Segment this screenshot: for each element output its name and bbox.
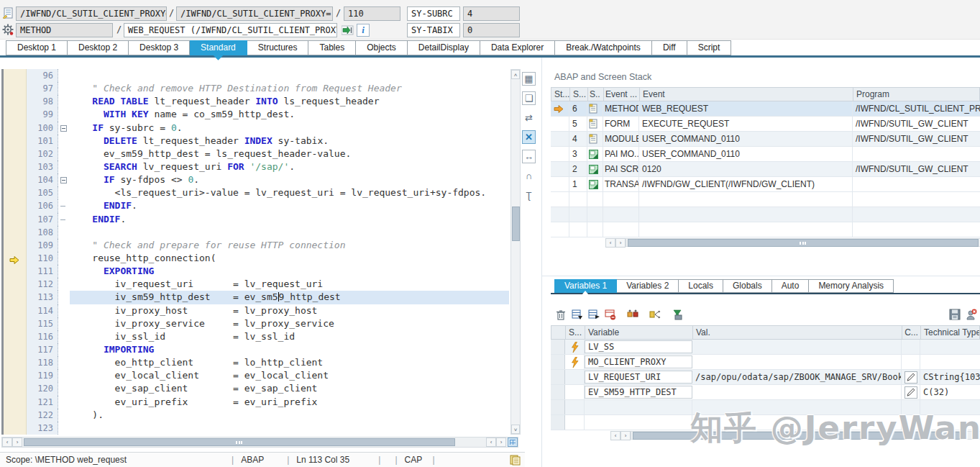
variable-name-cell[interactable] xyxy=(585,400,692,414)
code-text[interactable] xyxy=(70,69,509,82)
user-lock-icon[interactable] xyxy=(964,308,979,321)
code-editor[interactable]: 9697 " Check and remove HTTP Destination… xyxy=(1,69,518,435)
table-view-icon[interactable]: ▦ xyxy=(522,72,536,86)
code-line[interactable]: 103 SEARCH lv_request_uri FOR '/sap/'. xyxy=(4,160,509,173)
variable-name-cell[interactable]: EV_SM59_HTTP_DEST xyxy=(585,386,692,399)
sy-tabix-label-field[interactable]: SY-TABIX xyxy=(407,23,460,37)
stack-scroll-left[interactable]: ‹ xyxy=(605,238,615,248)
fold-margin[interactable] xyxy=(58,396,70,409)
code-line[interactable]: 119 ev_local_client = ev_local_client xyxy=(4,369,509,382)
code-line[interactable]: 117 IMPORTING xyxy=(4,343,509,356)
fold-margin[interactable] xyxy=(58,291,70,304)
code-line[interactable]: 105 <ls_request_uri>-value = lv_request_… xyxy=(4,186,509,199)
code-text[interactable]: iv_proxy_service = lv_proxy_service xyxy=(70,317,509,330)
fold-margin[interactable] xyxy=(58,278,70,291)
fold-margin[interactable] xyxy=(58,265,70,278)
edit-value-button[interactable] xyxy=(905,386,917,399)
variable-row[interactable]: LV_REQUEST_URI/sap/opu/odata/sap/ZBOOK_M… xyxy=(551,370,980,385)
breakpoint-margin[interactable] xyxy=(4,69,27,82)
code-line[interactable]: 113 iv_sm59_http_dest = ev_sm59_http_des… xyxy=(4,291,509,304)
code-text[interactable]: READ TABLE lt_request_header INTO ls_req… xyxy=(70,95,509,108)
event-field[interactable]: WEB_REQUEST (/IWFND/CL_SUTIL_CLIENT_PROX… xyxy=(124,23,337,37)
code-line[interactable]: 99 WITH KEY name = co_sm59_http_dest. xyxy=(4,108,509,121)
stack-scrollbar[interactable] xyxy=(626,238,980,247)
code-text[interactable]: iv_proxy_host = lv_proxy_host xyxy=(70,304,509,317)
code-text[interactable]: SEARCH lv_request_uri FOR '/sap/'. xyxy=(70,160,509,173)
line-number-field[interactable]: 110 xyxy=(344,6,400,21)
editor-vertical-scrollbar[interactable]: ˄ ˅ xyxy=(510,69,521,435)
row-selector[interactable] xyxy=(551,340,565,354)
variable-row[interactable]: EV_SM59_HTTP_DESTC(32) xyxy=(551,385,980,400)
breakpoint-margin[interactable] xyxy=(4,382,27,395)
stack-row[interactable]: 4MODULE..USER_COMMAND_0110/IWFND/SUTIL_G… xyxy=(551,132,980,147)
code-text[interactable]: ). xyxy=(70,409,509,422)
code-text[interactable]: reuse_http_connection( xyxy=(70,252,509,265)
breakpoint-margin[interactable] xyxy=(4,135,27,148)
tab-detaildisplay[interactable]: DetailDisplay xyxy=(408,40,480,55)
fold-margin[interactable] xyxy=(58,148,70,160)
code-text[interactable] xyxy=(70,226,509,239)
code-line[interactable]: 104 IF sy-fdpos <> 0. xyxy=(4,173,509,186)
compare-icon[interactable] xyxy=(626,308,640,321)
col-s[interactable]: S... xyxy=(566,326,585,339)
code-line[interactable]: 107 ENDIF. xyxy=(4,213,509,226)
variable-name-cell[interactable] xyxy=(585,415,692,430)
code-line[interactable]: 106 ENDIF. xyxy=(4,199,509,212)
breakpoint-margin[interactable] xyxy=(4,422,27,435)
editor-horizontal-scrollbar[interactable]: ‹ › ‹ › xyxy=(1,437,518,448)
col-technical-type[interactable]: Technical Type xyxy=(921,326,980,339)
scroll-left-button-2[interactable]: ‹ xyxy=(486,437,496,447)
breakpoint-margin[interactable] xyxy=(4,95,27,108)
fold-margin[interactable] xyxy=(58,135,70,148)
class-field-2[interactable]: /IWFND/CL_SUTIL_CLIENT_PROXY=... xyxy=(176,6,333,21)
fold-margin[interactable] xyxy=(58,304,70,317)
fold-margin[interactable] xyxy=(58,226,70,239)
fold-margin[interactable] xyxy=(58,382,70,395)
breakpoint-margin[interactable] xyxy=(4,199,27,212)
code-line[interactable]: 97 " Check and remove HTTP Destination f… xyxy=(4,82,509,95)
code-line[interactable]: 111 EXPORTING xyxy=(4,265,509,278)
tab-data-explorer[interactable]: Data Explorer xyxy=(480,40,555,55)
variable-name-cell[interactable]: LV_REQUEST_URI xyxy=(585,371,692,384)
code-line[interactable]: 108 xyxy=(4,226,509,239)
col-stack[interactable]: St... xyxy=(551,88,570,101)
code-line[interactable]: 120 ev_sap_client = ev_sap_client xyxy=(4,382,509,395)
column-width-icon[interactable]: ↔ xyxy=(522,150,536,163)
code-text[interactable]: ev_sap_client = ev_sap_client xyxy=(70,382,509,395)
breakpoint-margin[interactable] xyxy=(4,239,27,252)
breakpoint-margin[interactable] xyxy=(4,186,27,199)
scroll-right-button-2[interactable]: › xyxy=(496,437,506,447)
tab-diff[interactable]: Diff xyxy=(652,40,687,55)
swap-layout-icon[interactable]: ⇄ xyxy=(522,111,536,124)
vtab-memory-analysis[interactable]: Memory Analysis xyxy=(809,279,894,293)
breakpoint-margin[interactable] xyxy=(4,122,27,135)
code-text[interactable]: " Check and remove HTTP Destination from… xyxy=(70,82,509,95)
col-event-type[interactable]: Event ... xyxy=(604,88,640,101)
code-text[interactable]: iv_ssl_id = lv_ssl_id xyxy=(70,330,509,343)
row-selector[interactable] xyxy=(551,370,565,384)
code-line[interactable]: 112 iv_request_uri = lv_request_uri xyxy=(4,278,509,291)
fold-margin[interactable] xyxy=(58,95,70,108)
code-line[interactable]: 114 iv_proxy_host = lv_proxy_host xyxy=(4,304,509,317)
stack-scroll-right[interactable]: › xyxy=(615,238,626,248)
close-tool-icon[interactable]: ✕ xyxy=(522,130,536,144)
col-val[interactable]: Val. xyxy=(693,326,902,339)
breakpoint-margin[interactable] xyxy=(4,369,27,382)
code-text[interactable]: eo_http_client = lo_http_client xyxy=(70,356,509,369)
code-text[interactable]: IMPORTING xyxy=(70,343,509,356)
fold-margin[interactable] xyxy=(58,173,70,186)
code-line[interactable]: 101 DELETE lt_request_header INDEX sy-ta… xyxy=(4,135,509,148)
variable-value-cell[interactable] xyxy=(692,355,902,369)
tab-desktop-2[interactable]: Desktop 2 xyxy=(68,40,129,55)
breakpoint-margin[interactable] xyxy=(4,278,27,291)
code-text[interactable]: iv_sm59_http_dest = ev_sm59_http_dest xyxy=(70,291,509,304)
delete-icon[interactable] xyxy=(554,308,568,321)
vars-scroll-right[interactable]: › xyxy=(620,431,631,440)
fold-margin[interactable] xyxy=(58,422,70,435)
fold-margin[interactable] xyxy=(58,317,70,330)
vtab-variables-2[interactable]: Variables 2 xyxy=(617,279,679,293)
new-window-icon[interactable]: ❏ xyxy=(522,91,536,105)
code-text[interactable]: ev_sm59_http_dest = ls_request_header-va… xyxy=(70,148,509,160)
breakpoint-services-icon[interactable]: ∩ xyxy=(522,169,536,183)
script-icon[interactable] xyxy=(1,6,14,19)
